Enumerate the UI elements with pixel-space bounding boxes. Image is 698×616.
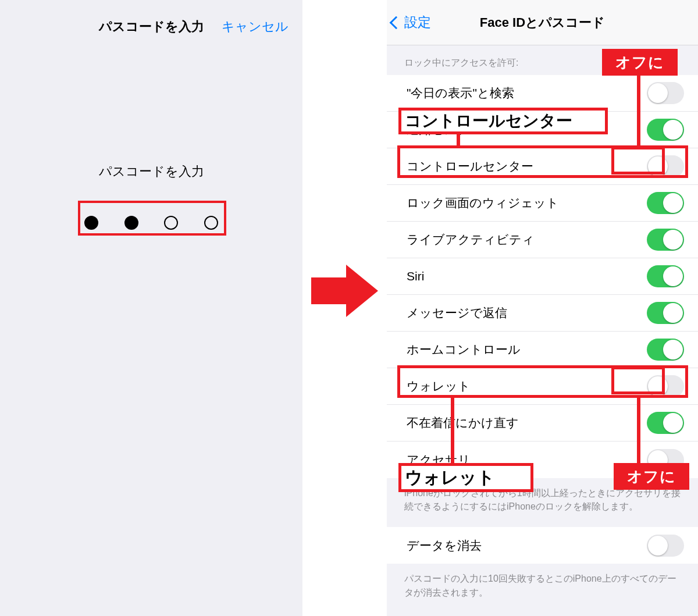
erase-footer: パスコードの入力に10回失敗するとこのiPhone上のすべてのデータが消去されま… xyxy=(387,564,698,613)
row-label: ホームコントロール xyxy=(407,341,521,358)
row-label: データを消去 xyxy=(407,537,482,554)
lock-access-list: "今日の表示"と検索 通知センター コントロールセンター ロック画面のウィジェッ… xyxy=(387,75,698,478)
erase-list: データを消去 xyxy=(387,527,698,564)
row-label: 不在着信にかけ直す xyxy=(407,415,519,431)
row-reply-message: メッセージで返信 xyxy=(387,295,698,332)
toggle-erase-data[interactable] xyxy=(647,535,684,557)
row-label: メッセージで返信 xyxy=(407,305,507,321)
annotation-line xyxy=(451,398,454,463)
arrow-icon xyxy=(311,265,381,317)
row-label: "今日の表示"と検索 xyxy=(407,85,514,101)
row-home-control: ホームコントロール xyxy=(387,332,698,368)
row-erase-data: データを消去 xyxy=(387,527,698,564)
chevron-left-icon xyxy=(390,16,403,29)
toggle-live-activities[interactable] xyxy=(647,229,684,251)
settings-navbar: 設定 Face IDとパスコード xyxy=(387,0,698,45)
row-today-view: "今日の表示"と検索 xyxy=(387,75,698,112)
cancel-button[interactable]: キャンセル xyxy=(222,18,289,35)
toggle-home-control[interactable] xyxy=(647,339,684,361)
row-return-calls: 不在着信にかけ直す xyxy=(387,405,698,441)
annotation-line xyxy=(637,398,640,463)
back-label: 設定 xyxy=(404,13,431,31)
annotation-wallet-label: ウォレット xyxy=(398,463,533,492)
passcode-screen: パスコードを入力 キャンセル パスコードを入力 xyxy=(0,0,302,616)
toggle-reply-message[interactable] xyxy=(647,302,684,324)
row-label: ライブアクティビティ xyxy=(407,232,535,248)
row-live-activities: ライブアクティビティ xyxy=(387,222,698,258)
annotation-toggle-outline-wallet xyxy=(611,366,665,394)
row-siri: Siri xyxy=(387,258,698,295)
annotation-box xyxy=(78,201,226,236)
annotation-cc-label: コントロールセンター xyxy=(398,108,608,134)
row-label: Siri xyxy=(407,269,424,283)
faceid-settings-screen: 設定 Face IDとパスコード ロック中にアクセスを許可: "今日の表示"と検… xyxy=(387,0,698,616)
annotation-toggle-outline-cc xyxy=(611,147,665,175)
back-button[interactable]: 設定 xyxy=(391,13,431,31)
passcode-nav-title: パスコードを入力 xyxy=(99,18,204,35)
toggle-siri[interactable] xyxy=(647,265,684,287)
annotation-off-badge-bottom: オフに xyxy=(614,463,689,490)
toggle-lock-widgets[interactable] xyxy=(647,192,684,214)
passcode-prompt: パスコードを入力 xyxy=(0,163,302,180)
settings-nav-title: Face IDとパスコード xyxy=(480,14,605,31)
toggle-today-view[interactable] xyxy=(647,82,684,104)
row-lock-widgets: ロック画面のウィジェット xyxy=(387,185,698,222)
passcode-navbar: パスコードを入力 キャンセル xyxy=(0,6,302,48)
row-label: ロック画面のウィジェット xyxy=(407,195,559,211)
annotation-off-badge-top: オフに xyxy=(602,49,678,76)
annotation-line xyxy=(637,76,640,148)
toggle-return-calls[interactable] xyxy=(647,412,684,434)
toggle-notification-center[interactable] xyxy=(647,119,684,141)
